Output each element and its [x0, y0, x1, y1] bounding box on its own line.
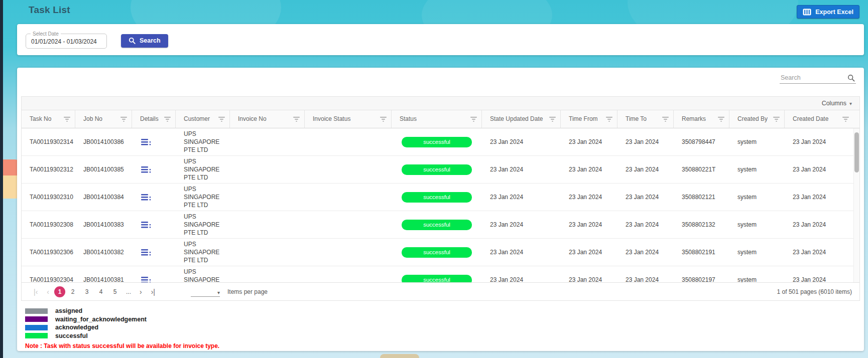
filter-icon[interactable]: [218, 117, 225, 122]
column-header-state-updated-date[interactable]: State Updated Date: [482, 110, 561, 128]
last-page-button[interactable]: ›|: [147, 288, 160, 296]
page-button-3[interactable]: 3: [80, 286, 93, 297]
table-row: TA00119302312 JB0014100385 UPS SINGAPORE…: [22, 156, 853, 184]
filter-icon[interactable]: [380, 117, 387, 122]
filter-icon[interactable]: [842, 117, 849, 122]
filter-icon[interactable]: [549, 117, 556, 122]
column-header-status[interactable]: Status: [392, 110, 482, 128]
filter-icon[interactable]: [164, 117, 171, 122]
cell-customer: UPS SINGAPORE PTE LTD: [176, 211, 230, 238]
page-title: Task List: [29, 5, 70, 16]
column-header-job-no[interactable]: Job No: [75, 110, 132, 128]
details-icon[interactable]: [140, 137, 152, 147]
column-header-remarks[interactable]: Remarks: [674, 110, 729, 128]
status-badge: successful: [402, 137, 472, 147]
column-header-invoice-no[interactable]: Invoice No: [230, 110, 305, 128]
cell-time-from: 23 Jan 2024: [561, 239, 617, 266]
search-icon[interactable]: [847, 74, 855, 82]
cell-invoice-no: [230, 184, 305, 211]
details-icon[interactable]: [140, 220, 152, 230]
details-icon[interactable]: [140, 165, 152, 174]
cell-time-from: 23 Jan 2024: [561, 266, 617, 282]
table-row: TA00119302310 JB0014100384 UPS SINGAPORE…: [22, 184, 853, 211]
app-root: Task List Export Excel Select Date Searc…: [0, 0, 868, 358]
cell-customer: UPS SINGAPORE PTE LTD: [176, 184, 230, 211]
export-excel-button[interactable]: Export Excel: [797, 5, 859, 19]
cell-task-no: TA00119302314: [22, 128, 75, 155]
cell-job-no: JB0014100384: [75, 184, 132, 211]
column-header-time-to[interactable]: Time To: [617, 110, 674, 128]
cell-invoice-no: [230, 128, 305, 155]
cell-status: successful: [392, 156, 482, 183]
vertical-scrollbar[interactable]: [853, 128, 859, 282]
filter-icon[interactable]: [773, 117, 780, 122]
date-range-input[interactable]: [26, 38, 106, 45]
page-button-4[interactable]: 4: [94, 286, 107, 297]
cell-time-to: 23 Jan 2024: [617, 156, 674, 183]
column-header-created-date[interactable]: Created Date: [785, 110, 853, 128]
columns-menu-button[interactable]: Columns: [822, 100, 846, 107]
cell-job-no: JB0014100383: [75, 211, 132, 238]
legend-item-assigned: assigned: [25, 307, 147, 315]
task-list-card: Columns ▾ Task No Job No Details Custome…: [17, 68, 864, 351]
items-per-page-label: Items per page: [227, 288, 268, 295]
note-highlight: successful: [92, 342, 125, 349]
column-header-task-no[interactable]: Task No: [22, 110, 75, 128]
column-header-details[interactable]: Details: [132, 110, 176, 128]
pagination-bar: |‹ ‹ 1 2 3 4 5 ... › ›| ▾ Items per page…: [22, 282, 859, 300]
page-button-2[interactable]: 2: [66, 286, 79, 297]
scrollbar-thumb[interactable]: [854, 132, 859, 172]
cell-details: [132, 211, 176, 238]
background-shape-bottom-tab: [380, 354, 419, 358]
cell-invoice-status: [305, 184, 392, 211]
grid-toolbar: Columns ▾: [22, 97, 859, 110]
table-search-input[interactable]: [780, 73, 856, 84]
page-button-1[interactable]: 1: [54, 286, 65, 297]
legend-swatch-acknowledged: [25, 325, 48, 330]
cell-customer: UPS SINGAPORE PTE LTD: [176, 239, 230, 266]
cell-invoice-no: [230, 266, 305, 282]
cell-task-no: TA00119302304: [22, 266, 75, 282]
cell-job-no: JB0014100385: [75, 156, 132, 183]
filter-icon[interactable]: [470, 117, 477, 122]
cell-state-updated-date: 23 Jan 2024: [482, 184, 561, 211]
cell-status: successful: [392, 266, 482, 282]
filter-icon[interactable]: [120, 117, 127, 122]
cell-time-to: 23 Jan 2024: [617, 266, 674, 282]
date-range-field: Select Date: [26, 31, 107, 49]
details-icon[interactable]: [140, 193, 152, 202]
date-range-label: Select Date: [31, 31, 61, 37]
details-icon[interactable]: [140, 275, 152, 283]
details-icon[interactable]: [140, 248, 152, 257]
cell-remarks: 3508802132: [674, 211, 729, 238]
table-row: TA00119302306 JB0014100382 UPS SINGAPORE…: [22, 239, 853, 266]
filter-icon[interactable]: [293, 117, 300, 122]
cell-state-updated-date: 23 Jan 2024: [482, 239, 561, 266]
filter-icon[interactable]: [606, 117, 612, 122]
cell-invoice-status: [305, 128, 392, 155]
cell-remarks: 3508798447: [674, 128, 729, 155]
legend-item-acknowledged: acknowledged: [25, 323, 147, 332]
chevron-down-icon: ▾: [217, 290, 220, 295]
next-page-button[interactable]: ›: [135, 288, 147, 296]
cell-task-no: TA00119302308: [22, 211, 75, 238]
items-per-page-select[interactable]: ▾: [191, 287, 220, 297]
filter-icon[interactable]: [718, 117, 724, 122]
first-page-button[interactable]: |‹: [29, 288, 42, 296]
search-button-label: Search: [140, 37, 161, 44]
filter-icon[interactable]: [64, 117, 70, 122]
filter-card: Select Date Search: [17, 24, 864, 55]
cell-time-from: 23 Jan 2024: [561, 184, 617, 211]
column-header-time-from[interactable]: Time From: [561, 110, 617, 128]
page-ellipsis[interactable]: ...: [122, 288, 135, 295]
page-button-5[interactable]: 5: [108, 286, 121, 297]
chevron-down-icon[interactable]: ▾: [849, 101, 852, 106]
previous-page-button[interactable]: ‹: [42, 288, 54, 296]
cell-time-from: 23 Jan 2024: [561, 211, 617, 238]
column-header-invoice-status[interactable]: Invoice Status: [305, 110, 392, 128]
column-header-customer[interactable]: Customer: [176, 110, 230, 128]
filter-icon[interactable]: [662, 117, 669, 122]
cell-created-by: system: [729, 211, 785, 238]
search-button[interactable]: Search: [121, 34, 168, 48]
column-header-created-by[interactable]: Created By: [729, 110, 785, 128]
